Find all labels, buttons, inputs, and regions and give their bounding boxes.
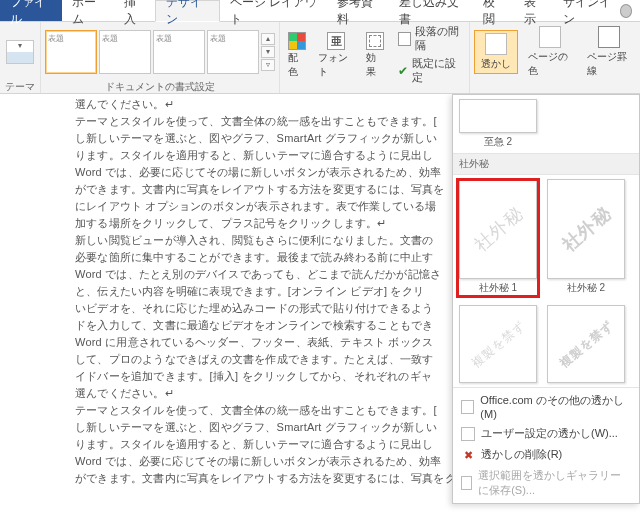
ribbon: テーマ 表題 表題 表題 表題 ▴ ▾ ▿ ドキュメントの書式設定 配色 — [0, 22, 640, 94]
paragraph-spacing-label: 段落の間隔 — [415, 25, 464, 53]
fonts-icon: 亜 — [327, 32, 345, 50]
watermark-remove[interactable]: ✖透かしの削除(R) — [453, 444, 639, 465]
colors-button[interactable]: 配色 — [284, 30, 310, 81]
watermark-button[interactable]: 透かし — [474, 30, 518, 74]
watermark-item-nocopy-2[interactable]: 複製を禁ず — [545, 305, 627, 383]
tab-home[interactable]: ホーム — [62, 0, 114, 21]
docformat-label: ドキュメントの書式設定 — [45, 79, 275, 91]
gallery-scroll[interactable]: ▴ ▾ ▿ — [261, 30, 275, 74]
watermark-custom[interactable]: ユーザー設定の透かし(W)... — [453, 423, 639, 444]
style-gallery-item[interactable]: 表題 — [99, 30, 151, 74]
page-color-label: ページの色 — [528, 50, 571, 78]
office-icon — [461, 400, 474, 414]
effects-icon — [366, 32, 384, 50]
watermark-thumb: 社外秘 — [459, 179, 537, 279]
tab-references[interactable]: 参考資料 — [327, 0, 389, 21]
custom-watermark-icon — [461, 427, 475, 441]
gallery-down-icon[interactable]: ▾ — [261, 46, 275, 58]
effects-button[interactable]: 効果 — [362, 30, 388, 81]
tab-design[interactable]: デザイン — [155, 0, 219, 22]
tab-mailings[interactable]: 差し込み文書 — [389, 0, 472, 21]
set-default-button[interactable]: ✔ 既定に設定 — [396, 56, 465, 86]
watermark-caption: 至急 2 — [484, 135, 512, 149]
paragraph-spacing-button[interactable]: 段落の間隔 — [396, 24, 465, 54]
colors-icon — [288, 32, 306, 50]
page-borders-button[interactable]: ページ罫線 — [581, 24, 636, 80]
colors-label: 配色 — [288, 51, 306, 79]
ribbon-group-docformat: 表題 表題 表題 表題 ▴ ▾ ▿ ドキュメントの書式設定 — [41, 22, 280, 93]
document-area: 選んでください。↵テーマとスタイルを使って、文書全体の統一感を出すこともできます… — [0, 94, 640, 525]
watermark-thumb: 複製を禁ず — [459, 305, 537, 383]
watermark-item-confidential-1[interactable]: 社外秘 社外秘 1 — [457, 179, 539, 297]
watermark-icon — [485, 33, 507, 55]
fonts-label: フォント — [318, 51, 354, 79]
fonts-button[interactable]: 亜 フォント — [314, 30, 358, 81]
tab-file[interactable]: ファイル — [0, 0, 62, 21]
tab-bar: ファイル ホーム 挿入 デザイン ページ レイアウト 参考資料 差し込み文書 校… — [0, 0, 640, 22]
watermark-item-confidential-2[interactable]: 社外秘 社外秘 2 — [545, 179, 627, 297]
effects-label: 効果 — [366, 51, 384, 79]
user-avatar-icon — [620, 4, 632, 18]
style-gallery-item[interactable]: 表題 — [153, 30, 205, 74]
watermark-menu: Office.com のその他の透かし(M) ユーザー設定の透かし(W)... … — [453, 387, 639, 503]
watermark-item-nocopy-1[interactable]: 複製を禁ず — [457, 305, 539, 383]
watermark-thumb — [459, 99, 537, 133]
page-color-icon — [539, 26, 561, 48]
watermark-dropdown: 至急 2 社外秘 社外秘 社外秘 1 社外秘 社外秘 2 複製を禁ず 複製を禁ず… — [452, 94, 640, 504]
page-borders-icon — [598, 26, 620, 48]
gallery-up-icon[interactable]: ▴ — [261, 33, 275, 45]
tab-view[interactable]: 表示 — [514, 0, 555, 21]
watermark-caption: 社外秘 2 — [567, 281, 605, 295]
signin-link[interactable]: サインイン — [555, 0, 640, 21]
watermark-save-selection: 選択範囲を透かしギャラリーに保存(S)... — [453, 465, 639, 501]
style-gallery[interactable]: 表題 表題 表題 表題 ▴ ▾ ▿ — [45, 30, 275, 74]
style-gallery-item[interactable]: 表題 — [45, 30, 97, 74]
watermark-item-urgent2[interactable]: 至急 2 — [457, 99, 539, 149]
ribbon-group-pagebg: 透かし ページの色 ページ罫線 — [470, 22, 640, 93]
set-default-label: 既定に設定 — [412, 57, 463, 85]
watermark-section-confidential: 社外秘 — [453, 153, 639, 175]
watermark-urgent-row: 至急 2 — [453, 95, 639, 153]
tab-insert[interactable]: 挿入 — [114, 0, 155, 21]
remove-icon: ✖ — [461, 448, 475, 462]
save-icon — [461, 476, 472, 490]
tab-review[interactable]: 校閲 — [473, 0, 514, 21]
ribbon-group-themes: テーマ — [0, 22, 41, 93]
page-color-button[interactable]: ページの色 — [522, 24, 577, 80]
watermark-caption: 社外秘 1 — [479, 281, 517, 295]
ribbon-group-formatting: 配色 亜 フォント 効果 段落の間隔 ✔ 既定に設定 — [280, 22, 470, 93]
watermark-more-office[interactable]: Office.com のその他の透かし(M) — [453, 390, 639, 423]
themes-button[interactable] — [4, 38, 36, 66]
watermark-label: 透かし — [481, 57, 511, 71]
style-gallery-item[interactable]: 表題 — [207, 30, 259, 74]
check-icon: ✔ — [398, 64, 408, 78]
watermark-thumb: 社外秘 — [547, 179, 625, 279]
gallery-more-icon[interactable]: ▿ — [261, 59, 275, 71]
themes-label: テーマ — [4, 79, 36, 91]
themes-icon — [6, 40, 34, 64]
watermark-thumb: 複製を禁ず — [547, 305, 625, 383]
spacing-icon — [398, 32, 411, 46]
tab-layout[interactable]: ページ レイアウト — [220, 0, 328, 21]
page-borders-label: ページ罫線 — [587, 50, 630, 78]
